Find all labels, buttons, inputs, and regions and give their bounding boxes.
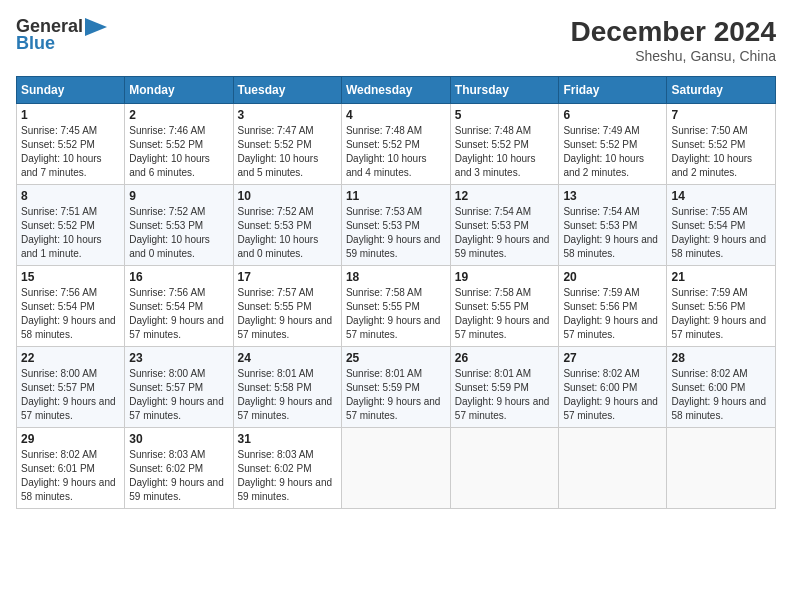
day-number: 3 [238,108,337,122]
day-info: Sunrise: 7:56 AM Sunset: 5:54 PM Dayligh… [129,286,228,342]
day-number: 11 [346,189,446,203]
day-number: 2 [129,108,228,122]
day-info: Sunrise: 8:03 AM Sunset: 6:02 PM Dayligh… [129,448,228,504]
day-info: Sunrise: 8:01 AM Sunset: 5:58 PM Dayligh… [238,367,337,423]
calendar-cell: 15 Sunrise: 7:56 AM Sunset: 5:54 PM Dayl… [17,266,125,347]
calendar-cell: 28 Sunrise: 8:02 AM Sunset: 6:00 PM Dayl… [667,347,776,428]
calendar-cell [450,428,559,509]
calendar-cell: 6 Sunrise: 7:49 AM Sunset: 5:52 PM Dayli… [559,104,667,185]
column-header-monday: Monday [125,77,233,104]
calendar-cell: 24 Sunrise: 8:01 AM Sunset: 5:58 PM Dayl… [233,347,341,428]
day-number: 26 [455,351,555,365]
day-info: Sunrise: 8:03 AM Sunset: 6:02 PM Dayligh… [238,448,337,504]
day-info: Sunrise: 8:01 AM Sunset: 5:59 PM Dayligh… [455,367,555,423]
day-info: Sunrise: 7:45 AM Sunset: 5:52 PM Dayligh… [21,124,120,180]
day-info: Sunrise: 8:02 AM Sunset: 6:01 PM Dayligh… [21,448,120,504]
calendar-cell: 26 Sunrise: 8:01 AM Sunset: 5:59 PM Dayl… [450,347,559,428]
day-number: 27 [563,351,662,365]
day-number: 15 [21,270,120,284]
column-header-tuesday: Tuesday [233,77,341,104]
calendar-cell: 5 Sunrise: 7:48 AM Sunset: 5:52 PM Dayli… [450,104,559,185]
svg-marker-0 [85,18,107,36]
calendar-cell: 18 Sunrise: 7:58 AM Sunset: 5:55 PM Dayl… [341,266,450,347]
day-number: 19 [455,270,555,284]
column-header-saturday: Saturday [667,77,776,104]
day-info: Sunrise: 7:52 AM Sunset: 5:53 PM Dayligh… [129,205,228,261]
day-info: Sunrise: 7:54 AM Sunset: 5:53 PM Dayligh… [455,205,555,261]
calendar-cell [341,428,450,509]
calendar-header-row: SundayMondayTuesdayWednesdayThursdayFrid… [17,77,776,104]
logo-arrow-icon [85,18,107,36]
day-info: Sunrise: 7:59 AM Sunset: 5:56 PM Dayligh… [671,286,771,342]
day-number: 29 [21,432,120,446]
day-info: Sunrise: 7:47 AM Sunset: 5:52 PM Dayligh… [238,124,337,180]
day-number: 31 [238,432,337,446]
day-info: Sunrise: 7:46 AM Sunset: 5:52 PM Dayligh… [129,124,228,180]
calendar-cell: 14 Sunrise: 7:55 AM Sunset: 5:54 PM Dayl… [667,185,776,266]
day-info: Sunrise: 7:56 AM Sunset: 5:54 PM Dayligh… [21,286,120,342]
day-number: 10 [238,189,337,203]
column-header-friday: Friday [559,77,667,104]
calendar-week-1: 1 Sunrise: 7:45 AM Sunset: 5:52 PM Dayli… [17,104,776,185]
day-info: Sunrise: 7:57 AM Sunset: 5:55 PM Dayligh… [238,286,337,342]
day-info: Sunrise: 8:02 AM Sunset: 6:00 PM Dayligh… [563,367,662,423]
calendar-cell [559,428,667,509]
calendar-cell: 2 Sunrise: 7:46 AM Sunset: 5:52 PM Dayli… [125,104,233,185]
calendar-cell: 9 Sunrise: 7:52 AM Sunset: 5:53 PM Dayli… [125,185,233,266]
calendar-cell: 11 Sunrise: 7:53 AM Sunset: 5:53 PM Dayl… [341,185,450,266]
calendar-cell: 12 Sunrise: 7:54 AM Sunset: 5:53 PM Dayl… [450,185,559,266]
page-header: General Blue December 2024 Sheshu, Gansu… [16,16,776,64]
calendar-cell: 30 Sunrise: 8:03 AM Sunset: 6:02 PM Dayl… [125,428,233,509]
calendar-week-5: 29 Sunrise: 8:02 AM Sunset: 6:01 PM Dayl… [17,428,776,509]
day-info: Sunrise: 7:52 AM Sunset: 5:53 PM Dayligh… [238,205,337,261]
day-number: 4 [346,108,446,122]
column-header-sunday: Sunday [17,77,125,104]
logo-blue: Blue [16,33,55,54]
calendar-table: SundayMondayTuesdayWednesdayThursdayFrid… [16,76,776,509]
calendar-cell: 23 Sunrise: 8:00 AM Sunset: 5:57 PM Dayl… [125,347,233,428]
day-info: Sunrise: 7:59 AM Sunset: 5:56 PM Dayligh… [563,286,662,342]
day-info: Sunrise: 7:55 AM Sunset: 5:54 PM Dayligh… [671,205,771,261]
calendar-cell: 25 Sunrise: 8:01 AM Sunset: 5:59 PM Dayl… [341,347,450,428]
day-info: Sunrise: 8:01 AM Sunset: 5:59 PM Dayligh… [346,367,446,423]
calendar-cell: 4 Sunrise: 7:48 AM Sunset: 5:52 PM Dayli… [341,104,450,185]
calendar-week-4: 22 Sunrise: 8:00 AM Sunset: 5:57 PM Dayl… [17,347,776,428]
day-info: Sunrise: 7:51 AM Sunset: 5:52 PM Dayligh… [21,205,120,261]
day-info: Sunrise: 7:49 AM Sunset: 5:52 PM Dayligh… [563,124,662,180]
day-number: 18 [346,270,446,284]
day-number: 30 [129,432,228,446]
day-info: Sunrise: 8:00 AM Sunset: 5:57 PM Dayligh… [129,367,228,423]
calendar-cell [667,428,776,509]
calendar-cell: 27 Sunrise: 8:02 AM Sunset: 6:00 PM Dayl… [559,347,667,428]
day-number: 28 [671,351,771,365]
day-number: 25 [346,351,446,365]
calendar-cell: 1 Sunrise: 7:45 AM Sunset: 5:52 PM Dayli… [17,104,125,185]
calendar-cell: 13 Sunrise: 7:54 AM Sunset: 5:53 PM Dayl… [559,185,667,266]
day-number: 9 [129,189,228,203]
day-info: Sunrise: 7:53 AM Sunset: 5:53 PM Dayligh… [346,205,446,261]
calendar-cell: 10 Sunrise: 7:52 AM Sunset: 5:53 PM Dayl… [233,185,341,266]
calendar-week-2: 8 Sunrise: 7:51 AM Sunset: 5:52 PM Dayli… [17,185,776,266]
day-number: 5 [455,108,555,122]
logo: General Blue [16,16,107,54]
day-number: 14 [671,189,771,203]
day-number: 23 [129,351,228,365]
calendar-cell: 17 Sunrise: 7:57 AM Sunset: 5:55 PM Dayl… [233,266,341,347]
day-number: 1 [21,108,120,122]
day-number: 7 [671,108,771,122]
month-title: December 2024 [571,16,776,48]
day-number: 20 [563,270,662,284]
column-header-wednesday: Wednesday [341,77,450,104]
day-info: Sunrise: 7:54 AM Sunset: 5:53 PM Dayligh… [563,205,662,261]
day-number: 13 [563,189,662,203]
day-number: 24 [238,351,337,365]
day-info: Sunrise: 8:02 AM Sunset: 6:00 PM Dayligh… [671,367,771,423]
calendar-cell: 31 Sunrise: 8:03 AM Sunset: 6:02 PM Dayl… [233,428,341,509]
day-info: Sunrise: 8:00 AM Sunset: 5:57 PM Dayligh… [21,367,120,423]
calendar-cell: 29 Sunrise: 8:02 AM Sunset: 6:01 PM Dayl… [17,428,125,509]
calendar-cell: 8 Sunrise: 7:51 AM Sunset: 5:52 PM Dayli… [17,185,125,266]
day-number: 12 [455,189,555,203]
logo-container: General Blue [16,16,107,54]
calendar-cell: 3 Sunrise: 7:47 AM Sunset: 5:52 PM Dayli… [233,104,341,185]
day-number: 16 [129,270,228,284]
